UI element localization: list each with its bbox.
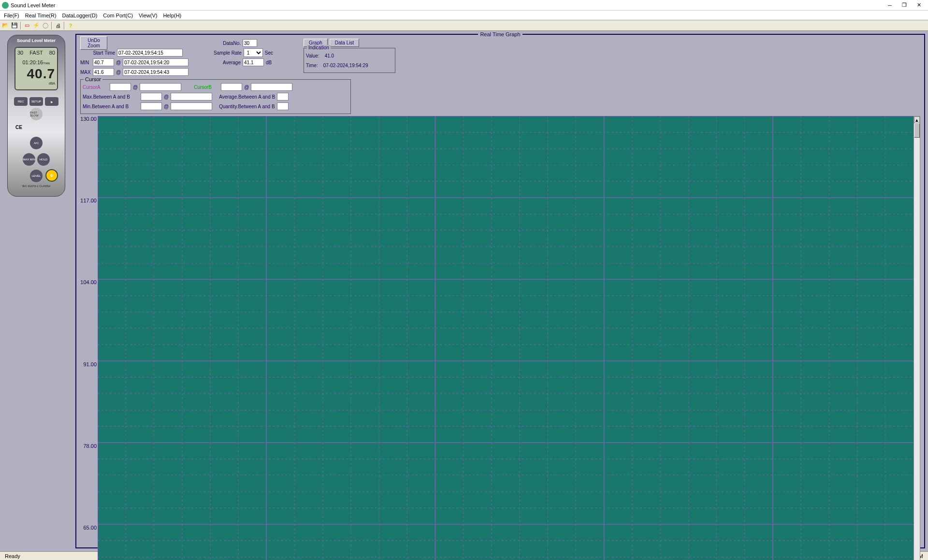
save-icon[interactable]: 💾 [10,21,19,30]
device-btn-fastslow: FAST SLOW [30,108,43,120]
lcd-time-suffix: TIME [43,62,50,65]
menu-file[interactable]: File(F) [1,12,22,19]
device-btn-arrow: ▶ [45,97,58,106]
cursor-a-label: CursorA [83,85,108,90]
avg-ab-label: Average.Between A and B [219,94,275,100]
open-icon[interactable]: 📂 [1,21,10,30]
menu-comport[interactable]: Com Port(C) [100,12,136,19]
separator [51,22,52,29]
scrollbar-vertical[interactable]: ▴ ▾ [914,116,920,560]
device-image: Sound Level Meter 30FAST80 01:20:16TIME … [7,35,65,197]
help-icon[interactable]: ? [66,21,75,30]
lcd-reading: 40.7 [17,66,55,82]
average-label: Average [214,60,241,65]
average-field[interactable] [243,58,264,66]
sec-label: Sec [265,50,273,56]
at-label: @ [164,94,169,100]
indication-time: 07-02-2024,19:54:29 [323,63,368,68]
start-time-label: Start Time [80,50,115,56]
time-label: Time: [306,63,318,68]
print-icon[interactable]: 🖨 [54,21,62,30]
scroll-thumb-v[interactable] [914,123,920,138]
device-btn-maxmin: MAX MIN [23,153,35,166]
min-ab-time[interactable] [171,102,212,110]
min-ab-label: Min.Between A and B [83,104,139,109]
datano-field[interactable] [243,39,257,47]
device-btn-power: ⏻ [45,169,58,182]
max-ab-label: Max.Between A and B [83,94,139,100]
cursor-b-time[interactable] [251,83,292,91]
circle-icon[interactable]: ◯ [41,21,50,30]
max-value-field[interactable] [93,68,114,76]
indication-value: 41.0 [325,53,334,58]
device-lcd: 30FAST80 01:20:16TIME 40.7 dBA [14,47,58,90]
chart-area: 130.00117.00104.0091.0078.0065.0052.0039… [80,116,920,560]
menu-datalogger[interactable]: DataLogger(D) [59,12,101,19]
device-ce: CE [15,125,22,130]
indication-group: Indication Value: 41.0 Time: 07-02-2024,… [304,48,395,73]
window-title: Sound Level Meter [11,2,883,8]
cursor-group: Cursor CursorA @ CursorB @ Max.Between A… [80,79,351,114]
menu-help[interactable]: Help(H) [160,12,184,19]
y-tick: 78.00 [83,443,97,449]
max-label: MAX [80,70,91,75]
y-tick: 104.00 [80,279,97,285]
menu-realtime[interactable]: Real Time(R) [22,12,59,19]
device-btn-hold: HOLD [37,153,50,166]
min-value-field[interactable] [93,58,114,66]
lcd-mode: FAST [29,50,43,56]
panel-icon[interactable]: ▭ [23,21,31,30]
close-button[interactable]: ✕ [912,1,926,10]
title-bar: Sound Level Meter ─ ❐ ✕ [0,0,928,11]
menu-view[interactable]: View(V) [136,12,160,19]
device-bottom-label: IEC 61672-1 CLASS2 [8,185,65,187]
datalist-tab-button[interactable]: Data List [330,39,359,47]
controls-row: UnDo Zoom Start Time MIN @ MAX @ [76,38,924,78]
min-time-field[interactable] [123,58,188,66]
y-tick: 117.00 [80,198,97,203]
graph-panel: Real Time Graph UnDo Zoom Start Time MIN… [75,34,925,548]
bolt-icon[interactable]: ⚡ [32,21,41,30]
cursor-a-val[interactable] [110,83,131,91]
separator [20,22,21,29]
y-tick: 65.00 [83,525,97,531]
at-label: @ [116,70,121,75]
value-label: Value: [306,53,319,58]
device-btn-rec: REC [14,97,28,106]
max-ab-val[interactable] [141,93,162,101]
at-label: @ [133,85,138,90]
max-time-field[interactable] [123,68,188,76]
lcd-unit: dBA [17,82,55,85]
device-panel: Sound Level Meter 30FAST80 01:20:16TIME … [0,31,72,551]
y-tick: 91.00 [83,361,97,367]
maximize-button[interactable]: ❐ [897,1,912,10]
qty-ab-label: Quantity.Between A and B [219,104,275,109]
scroll-up-icon[interactable]: ▴ [914,116,920,123]
min-label: MIN [80,60,91,65]
cursor-a-time[interactable] [140,83,181,91]
avg-ab-val[interactable] [277,93,289,101]
samplerate-select[interactable]: 1 [244,48,263,57]
plot[interactable] [98,116,914,560]
min-ab-val[interactable] [141,102,162,110]
y-axis: 130.00117.00104.0091.0078.0065.0052.0039… [80,116,98,560]
main-area: Sound Level Meter 30FAST80 01:20:16TIME … [0,31,928,551]
plot-area: 19:54:1519:54:2119:54:2719:54:3319:54:39… [98,116,914,560]
status-ready: Ready [2,553,23,559]
datano-label: DataNo. [214,41,241,46]
start-time-field[interactable] [117,49,183,57]
cursor-b-label: CursorB [194,85,219,90]
minimize-button[interactable]: ─ [883,1,897,10]
device-label: Sound Level Meter [8,38,65,43]
at-label: @ [244,85,249,90]
device-btn-ac: A/C [30,137,43,149]
separator [64,22,65,29]
undo-zoom-button[interactable]: UnDo Zoom [80,36,107,50]
menu-bar: File(F) Real Time(R) DataLogger(D) Com P… [0,11,928,20]
device-btn-setup: SETUP [29,97,43,106]
db-label: dB [266,60,272,65]
qty-ab-val[interactable] [277,102,289,110]
cursor-b-val[interactable] [221,83,242,91]
max-ab-time[interactable] [171,93,212,101]
device-buttons: REC SETUP ▶ FAST SLOW [13,97,60,120]
